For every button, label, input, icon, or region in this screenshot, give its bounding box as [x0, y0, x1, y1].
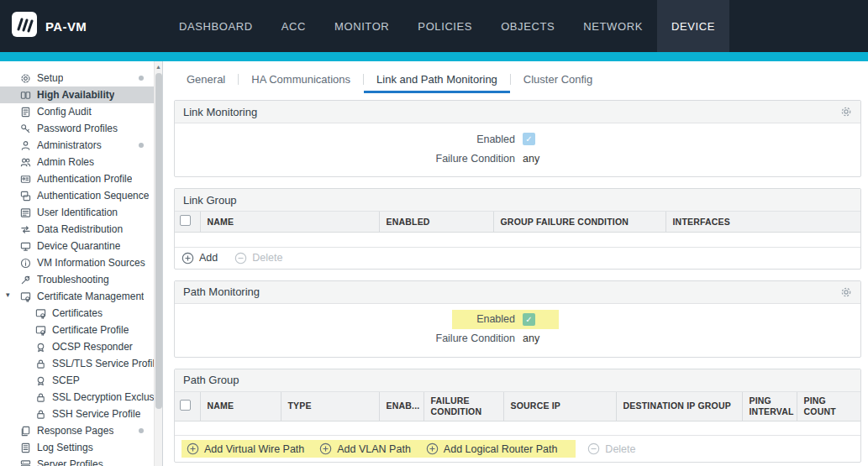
sidebar-item-password-profiles[interactable]: Password Profiles	[0, 120, 154, 137]
sidebar-item-label: Authentication Profile	[37, 173, 132, 185]
status-dot	[139, 428, 144, 433]
sidebar-item-certificate-profile[interactable]: Certificate Profile	[0, 322, 154, 338]
sidebar-item-vm-information-sources[interactable]: VM Information Sources	[0, 254, 154, 271]
sidebar-item-label: Certificates	[52, 307, 103, 319]
sidebar-item-ssh-service-profile[interactable]: SSH Service Profile	[0, 406, 154, 422]
sidebar-item-server-profiles[interactable]: Server Profiles	[0, 456, 154, 466]
button-label: Add Virtual Wire Path	[204, 443, 304, 455]
add-virtual-wire-path-button[interactable]: Add Virtual Wire Path	[187, 442, 304, 455]
chevron-down-icon[interactable]: ▾	[6, 291, 10, 299]
add-button-label: Add	[199, 252, 218, 264]
tab-general[interactable]: General	[174, 68, 238, 93]
badge-icon	[35, 375, 47, 386]
sidebar-item-label: Config Audit	[37, 106, 92, 118]
server-icon	[20, 459, 32, 466]
column-header-name: NAME	[200, 212, 379, 233]
column-header-ping-count: PING COUNT	[797, 392, 860, 421]
sidebar-item-high-availability[interactable]: High Availability	[0, 86, 154, 103]
enabled-label: Enabled	[175, 134, 515, 145]
sidebar-item-troubleshooting[interactable]: Troubleshooting	[0, 271, 154, 288]
plus-circle-icon	[319, 442, 332, 455]
add-button[interactable]: Add	[181, 252, 218, 264]
sidebar-item-config-audit[interactable]: Config Audit	[0, 103, 154, 120]
column-header-ping-interval: PING INTERVAL	[742, 392, 797, 421]
nav-device[interactable]: DEVICE	[657, 0, 729, 52]
nav-monitor[interactable]: MONITOR	[320, 0, 403, 52]
link-monitoring-header: Link Monitoring	[175, 101, 860, 123]
column-header-destination-ip-group: DESTINATION IP GROUP	[616, 392, 742, 421]
sidebar-item-label: SCEP	[52, 374, 80, 386]
nav-objects[interactable]: OBJECTS	[487, 0, 569, 52]
path-monitoring-enabled-checkbox[interactable]: ✓	[523, 313, 535, 326]
nav-policies[interactable]: POLICIES	[403, 0, 487, 52]
enabled-label: Enabled	[460, 313, 515, 325]
link-group-header: Link Group	[175, 189, 860, 212]
add-logical-router-path-button[interactable]: Add Logical Router Path	[426, 442, 558, 455]
seq-icon	[20, 191, 32, 202]
tab-link-and-path-monitoring[interactable]: Link and Path Monitoring	[364, 68, 510, 93]
sidebar-item-label: Setup	[37, 72, 63, 84]
link-monitoring-panel: Link Monitoring Enabled ✓ Failure Condit…	[174, 100, 861, 177]
log-icon	[20, 442, 32, 453]
nav-network[interactable]: NETWORK	[569, 0, 657, 52]
sidebar-item-user-identification[interactable]: User Identification	[0, 204, 154, 221]
sidebar-item-data-redistribution[interactable]: Data Redistribution	[0, 221, 154, 238]
lock-icon	[35, 359, 47, 369]
column-header-source-ip: SOURCE IP	[503, 392, 616, 421]
button-label: Add Logical Router Path	[444, 443, 558, 455]
sidebar-item-log-settings[interactable]: Log Settings	[0, 439, 154, 456]
failure-condition-label: Failure Condition	[175, 153, 515, 165]
nav-dashboard[interactable]: DASHBOARD	[165, 0, 267, 52]
delete-button-label: Delete	[252, 252, 282, 264]
link-monitoring-enabled-checkbox[interactable]: ✓	[523, 133, 535, 145]
sidebar-item-ocsp-responder[interactable]: OCSP Responder	[0, 338, 154, 355]
panel-title: Link Monitoring	[183, 106, 257, 118]
badge-icon	[35, 342, 47, 353]
sidebar-item-device-quarantine[interactable]: Device Quarantine	[0, 238, 154, 254]
sidebar-item-label: Admin Roles	[37, 156, 94, 168]
sidebar-item-label: User Identification	[37, 207, 118, 218]
sidebar-item-label: Certificate Profile	[52, 324, 129, 336]
path-monitoring-panel: Path Monitoring Enabled ✓ Failure C	[174, 280, 861, 358]
sidebar-item-response-pages[interactable]: Response Pages	[0, 422, 154, 439]
sidebar-item-certificates[interactable]: Certificates	[0, 305, 154, 322]
sidebar-item-ssl-tls-service-profile[interactable]: SSL/TLS Service Profile	[0, 355, 154, 372]
sidebar-scrollbar[interactable]: ▲	[154, 61, 162, 466]
delete-button[interactable]: Delete	[234, 252, 282, 264]
accent-bar	[0, 52, 868, 61]
top-navigation-bar: PA-VM DASHBOARDACCMONITORPOLICIESOBJECTS…	[0, 0, 868, 52]
sidebar-item-certificate-management[interactable]: ▾Certificate Management	[0, 288, 154, 305]
delete-button[interactable]: Delete	[587, 442, 635, 455]
sidebar-item-label: SSL Decryption Exclusion	[52, 391, 154, 403]
sidebar-item-label: VM Information Sources	[37, 257, 145, 269]
tab-bar: GeneralHA CommunicationsLink and Path Mo…	[174, 68, 861, 93]
scrollbar-thumb[interactable]	[155, 73, 162, 409]
failure-condition-value: any	[523, 332, 539, 344]
arrows-icon	[20, 224, 32, 235]
sidebar-item-admin-roles[interactable]: Admin Roles	[0, 154, 154, 170]
sidebar-items: SetupHigh AvailabilityConfig AuditPasswo…	[0, 70, 154, 466]
gear-icon[interactable]	[840, 106, 852, 118]
sidebar-item-administrators[interactable]: Administrators	[0, 137, 154, 154]
nav-acc[interactable]: ACC	[267, 0, 320, 52]
list-icon	[20, 207, 32, 218]
sidebar-item-scep[interactable]: SCEP	[0, 372, 154, 389]
gear-icon[interactable]	[840, 286, 852, 298]
add-vlan-path-button[interactable]: Add VLAN Path	[319, 442, 411, 455]
select-all-checkbox[interactable]	[180, 400, 191, 411]
path-monitoring-body: Enabled ✓ Failure Condition any	[175, 304, 860, 357]
sidebar-item-authentication-profile[interactable]: Authentication Profile	[0, 170, 154, 187]
sidebar-item-ssl-decryption-exclusion[interactable]: SSL Decryption Exclusion	[0, 389, 154, 406]
sidebar-item-label: Troubleshooting	[37, 274, 109, 285]
lock-icon	[35, 409, 47, 420]
minus-circle-icon	[234, 252, 247, 264]
scroll-up-arrow-icon[interactable]: ▲	[155, 61, 162, 72]
tab-ha-communications[interactable]: HA Communications	[239, 68, 363, 93]
sidebar-item-label: Authentication Sequence	[37, 190, 149, 202]
tab-cluster-config[interactable]: Cluster Config	[511, 68, 605, 93]
sidebar-item-setup[interactable]: Setup	[0, 70, 154, 86]
select-all-checkbox[interactable]	[180, 215, 191, 226]
sidebar-item-authentication-sequence[interactable]: Authentication Sequence	[0, 187, 154, 204]
brand-name: PA-VM	[45, 19, 87, 34]
cert-icon	[20, 291, 32, 302]
